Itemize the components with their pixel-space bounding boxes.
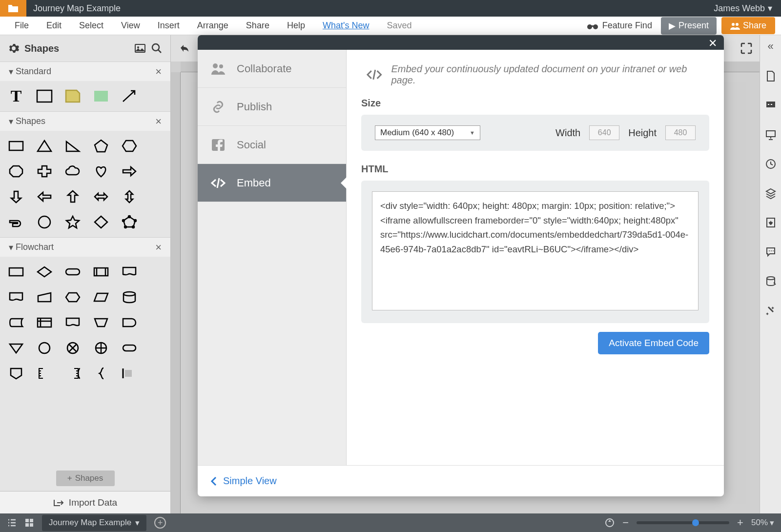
diamond-shape[interactable]: [92, 213, 110, 231]
pentagon-shape[interactable]: [92, 137, 110, 155]
presentation-icon[interactable]: [765, 129, 777, 141]
internal-storage-shape[interactable]: [35, 313, 54, 332]
block-shape[interactable]: [92, 87, 110, 105]
undo-icon[interactable]: [178, 42, 190, 55]
menu-file[interactable]: File: [6, 20, 38, 31]
hexagon-shape[interactable]: [120, 137, 139, 155]
heart-shape[interactable]: [92, 162, 110, 181]
page-icon[interactable]: [765, 70, 777, 82]
display-shape[interactable]: [63, 313, 82, 332]
target-icon[interactable]: [605, 518, 615, 528]
text-shape[interactable]: T: [7, 87, 25, 105]
panel-shapes[interactable]: ▾ Shapes ×: [0, 111, 170, 131]
zoom-level[interactable]: 50%▾: [751, 518, 774, 528]
up-arrow-shape[interactable]: [63, 187, 82, 206]
double-h-arrow-shape[interactable]: [92, 187, 110, 206]
terminator-shape[interactable]: [63, 263, 82, 281]
nav-embed[interactable]: Embed: [198, 164, 346, 202]
zoom-in[interactable]: +: [737, 516, 743, 529]
add-shapes-button[interactable]: +Shapes: [56, 471, 115, 486]
menu-share[interactable]: Share: [237, 20, 278, 31]
page-tab[interactable]: Journey Map Example▾: [42, 515, 146, 531]
import-data-button[interactable]: Import Data: [0, 491, 170, 513]
decision-shape[interactable]: [35, 263, 54, 281]
zoom-slider[interactable]: [637, 521, 729, 524]
nav-social[interactable]: Social: [198, 126, 346, 164]
document-title[interactable]: Journey Map Example: [33, 3, 121, 14]
menu-select[interactable]: Select: [70, 20, 112, 31]
menu-insert[interactable]: Insert: [149, 20, 188, 31]
down-arrow-shape[interactable]: [7, 187, 25, 206]
connector-shape[interactable]: [35, 339, 54, 357]
feature-find[interactable]: Feature Find: [587, 20, 652, 31]
close-icon[interactable]: ×: [155, 241, 162, 254]
left-arrow-shape[interactable]: [35, 187, 54, 206]
database-shape[interactable]: [120, 288, 139, 307]
layers-icon[interactable]: [765, 187, 777, 199]
process-shape[interactable]: [7, 263, 25, 281]
list-icon[interactable]: [7, 518, 17, 528]
nav-collaborate[interactable]: Collaborate: [198, 50, 346, 88]
nav-publish[interactable]: Publish: [198, 88, 346, 126]
width-input[interactable]: [589, 125, 619, 140]
bent-arrow-shape[interactable]: [7, 213, 25, 231]
off-page-shape[interactable]: [7, 364, 25, 383]
activate-embed-button[interactable]: Activate Embed Code: [598, 332, 709, 354]
menu-view[interactable]: View: [112, 20, 149, 31]
star-shape[interactable]: [63, 213, 82, 231]
panel-standard[interactable]: ▾ Standard ×: [0, 61, 170, 81]
close-icon[interactable]: ×: [155, 115, 162, 128]
embed-code-textarea[interactable]: [372, 191, 699, 310]
stored-data-shape[interactable]: [7, 313, 25, 332]
image-icon[interactable]: [134, 42, 146, 54]
size-select[interactable]: Medium (640 x 480): [375, 125, 480, 140]
octagon-shape[interactable]: [7, 162, 25, 181]
collate-shape[interactable]: [120, 339, 139, 357]
menu-help[interactable]: Help: [278, 20, 314, 31]
search-icon[interactable]: [151, 42, 163, 54]
add-page-button[interactable]: +: [154, 517, 166, 529]
panel-flowchart[interactable]: ▾ Flowchart ×: [0, 237, 170, 257]
multidoc-shape[interactable]: [7, 288, 25, 307]
rect-shape[interactable]: [7, 137, 25, 155]
predefined-shape[interactable]: [92, 263, 110, 281]
comment-icon[interactable]: [765, 100, 777, 111]
rect-shape[interactable]: [35, 87, 54, 105]
menu-whats-new[interactable]: What's New: [314, 20, 378, 31]
brace-shape[interactable]: [92, 364, 110, 383]
circle-shape[interactable]: [35, 213, 54, 231]
chat-icon[interactable]: [765, 246, 777, 258]
fullscreen-icon[interactable]: [740, 42, 753, 55]
close-icon[interactable]: ×: [155, 65, 162, 78]
magic-icon[interactable]: [765, 305, 777, 316]
double-v-arrow-shape[interactable]: [120, 187, 139, 206]
delay-shape[interactable]: [120, 313, 139, 332]
note-shape[interactable]: [35, 364, 54, 383]
or-shape[interactable]: [92, 339, 110, 357]
arrow-shape[interactable]: [120, 87, 139, 105]
card-shape[interactable]: [120, 364, 139, 383]
right-arrow-shape[interactable]: [120, 162, 139, 181]
note-shape[interactable]: [63, 87, 82, 105]
folder-icon[interactable]: [0, 0, 26, 17]
preparation-shape[interactable]: [63, 288, 82, 307]
theme-icon[interactable]: [765, 217, 777, 228]
close-icon[interactable]: ✕: [708, 37, 717, 50]
simple-view-link[interactable]: Simple View: [210, 475, 277, 487]
cloud-shape[interactable]: [63, 162, 82, 181]
document-shape[interactable]: [120, 263, 139, 281]
manual-input-shape[interactable]: [35, 288, 54, 307]
manual-op-shape[interactable]: [92, 313, 110, 332]
menu-arrange[interactable]: Arrange: [188, 20, 237, 31]
present-button[interactable]: ▶Present: [661, 17, 717, 35]
summing-shape[interactable]: [63, 339, 82, 357]
data-shape[interactable]: [92, 288, 110, 307]
note-right-shape[interactable]: [63, 364, 82, 383]
right-triangle-shape[interactable]: [63, 137, 82, 155]
zoom-out[interactable]: −: [622, 516, 629, 529]
triangle-shape[interactable]: [35, 137, 54, 155]
gear-icon[interactable]: [8, 42, 20, 54]
merge-shape[interactable]: [7, 339, 25, 357]
data-icon[interactable]: [765, 275, 777, 287]
history-icon[interactable]: [765, 158, 777, 170]
